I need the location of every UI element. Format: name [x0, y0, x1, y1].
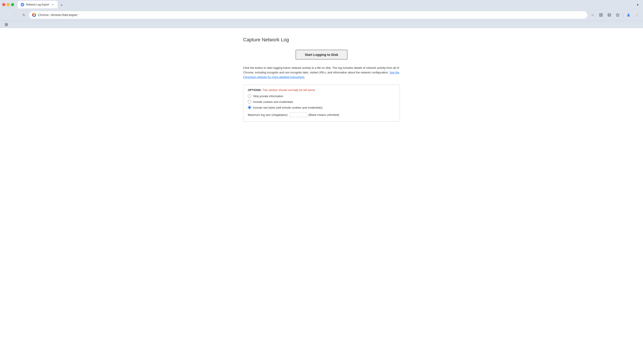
extension-icon-2[interactable]	[606, 12, 613, 18]
svg-rect-8	[601, 16, 602, 16]
start-btn-wrap: Start Logging to Disk	[243, 50, 400, 60]
options-box: OPTIONS: This section should normally be…	[243, 85, 400, 122]
svg-rect-7	[599, 16, 600, 16]
options-label: OPTIONS:	[248, 88, 262, 92]
svg-rect-6	[601, 14, 602, 14]
page-inner: Capture Network Log Start Logging to Dis…	[238, 37, 405, 122]
profile-button[interactable]	[625, 12, 632, 18]
include-cookies-radio[interactable]	[248, 100, 251, 104]
max-log-input[interactable]	[290, 112, 307, 117]
svg-rect-14	[7, 24, 8, 26]
minimize-window-button[interactable]	[7, 3, 10, 6]
bookmarks-bar	[0, 21, 643, 28]
max-log-hint: (Blank means unlimited)	[309, 113, 339, 116]
chrome-label: Chrome	[38, 13, 49, 17]
address-bar[interactable]: Chrome chrome://net-export	[29, 11, 587, 19]
radio-item-1[interactable]: Strip private information	[248, 94, 395, 98]
active-tab[interactable]: Network Log Export ✕	[18, 1, 57, 8]
svg-point-4	[34, 14, 35, 16]
close-window-button[interactable]	[2, 3, 5, 6]
tab-bar: Network Log Export ✕ +	[18, 1, 633, 8]
svg-marker-9	[616, 14, 619, 16]
extension-icon-1[interactable]	[597, 12, 604, 18]
options-header: OPTIONS: This section should normally be…	[248, 88, 395, 92]
title-bar: Network Log Export ✕ + ▾	[0, 0, 643, 9]
radio-group: Strip private information Include cookie…	[248, 94, 395, 109]
nav-divider	[623, 13, 623, 17]
forward-button[interactable]: →	[12, 12, 19, 18]
start-logging-button[interactable]: Start Logging to Disk	[296, 50, 347, 60]
radio-label-2: Include cookies and credentials	[253, 100, 293, 104]
tab-title: Network Log Export	[26, 3, 49, 6]
description-text: Click the button to start logging future…	[243, 66, 400, 79]
svg-rect-5	[599, 14, 600, 14]
url-text: chrome://net-export	[51, 13, 77, 17]
star-button[interactable]: ☆	[589, 12, 596, 18]
max-log-row: Maximum log size (megabytes): (Blank mea…	[248, 112, 395, 117]
reload-button[interactable]: ↻	[20, 12, 27, 18]
svg-rect-11	[5, 23, 6, 24]
description-main-text: Click the button to start logging future…	[243, 66, 399, 74]
radio-item-3[interactable]: Include raw bytes (will include cookies …	[248, 106, 395, 109]
options-warning: This section should normally be left alo…	[262, 88, 316, 92]
max-log-label: Maximum log size (megabytes):	[248, 113, 288, 116]
traffic-lights	[2, 3, 14, 6]
extension-icon-3[interactable]	[614, 12, 621, 18]
browser-dropdown-button[interactable]: ▾	[635, 2, 641, 8]
radio-label-1: Strip private information	[253, 94, 283, 98]
maximize-window-button[interactable]	[11, 3, 14, 6]
new-tab-button[interactable]: +	[58, 2, 65, 8]
strip-private-radio[interactable]	[248, 94, 251, 98]
chrome-logo-icon	[32, 13, 36, 17]
nav-bar: ← → ↻ Chrome chrome://net-export ☆	[0, 9, 643, 21]
page-content: Capture Network Log Start Logging to Dis…	[0, 28, 643, 364]
radio-label-3: Include raw bytes (will include cookies …	[253, 106, 323, 109]
menu-button[interactable]: ⋮	[633, 12, 640, 18]
svg-point-10	[628, 14, 629, 15]
svg-rect-13	[5, 24, 6, 26]
browser-frame: Network Log Export ✕ + ▾ ← → ↻	[0, 0, 643, 364]
nav-right-icons: ☆ ⋮	[589, 12, 640, 18]
bookmarks-icon-button[interactable]	[3, 22, 10, 27]
svg-rect-12	[7, 23, 8, 24]
back-button[interactable]: ←	[3, 12, 10, 18]
svg-point-1	[22, 4, 23, 5]
tab-close-button[interactable]: ✕	[51, 3, 54, 6]
include-raw-bytes-radio[interactable]	[248, 106, 251, 109]
page-title: Capture Network Log	[243, 37, 400, 43]
radio-item-2[interactable]: Include cookies and credentials	[248, 100, 395, 104]
description-link-suffix: .	[304, 76, 305, 79]
tab-favicon	[21, 3, 24, 6]
